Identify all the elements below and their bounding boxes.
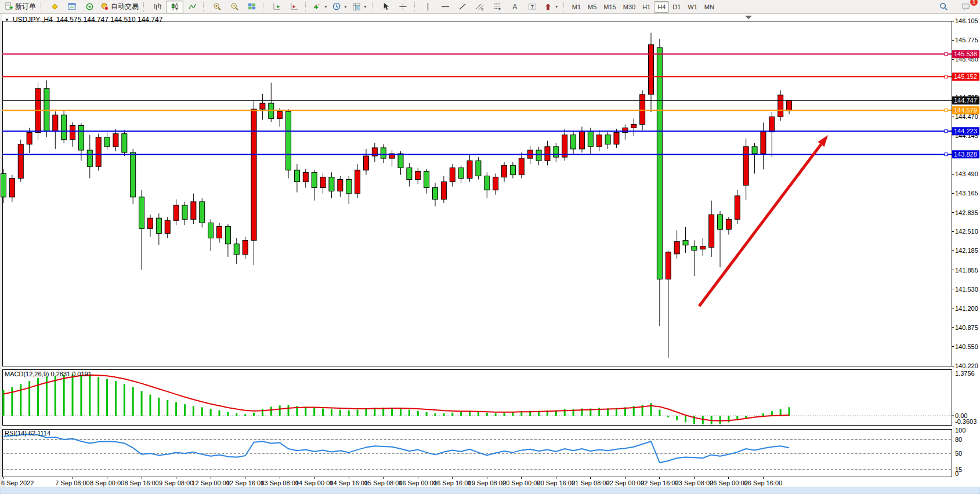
- candle-body: [502, 165, 507, 177]
- timeframe-mn-button[interactable]: MN: [701, 1, 718, 13]
- label-button[interactable]: T: [524, 1, 541, 13]
- svg-text:A: A: [513, 3, 518, 11]
- text-icon: A: [511, 2, 519, 11]
- hline-endpoint-marker[interactable]: [945, 109, 948, 112]
- hline-button[interactable]: [437, 1, 454, 13]
- arrows-dropdown-icon[interactable]: ▼: [555, 5, 559, 9]
- candle-body: [640, 95, 645, 125]
- cursor-button[interactable]: [377, 1, 395, 13]
- toolbar-separator: [143, 2, 146, 12]
- candle-body: [156, 218, 161, 233]
- timeframe-d1-button[interactable]: D1: [669, 1, 684, 13]
- macd-values: 0.2831 0.0191: [50, 370, 91, 377]
- svg-text:1.3756: 1.3756: [955, 370, 975, 377]
- candle-chart-button[interactable]: [166, 1, 183, 13]
- navigator-button[interactable]: [81, 1, 98, 13]
- bottom-strip: [0, 488, 980, 494]
- svg-text:19 Sep 08:00: 19 Sep 08:00: [468, 480, 506, 486]
- svg-text:140.220: 140.220: [955, 362, 978, 369]
- periods-dropdown-icon[interactable]: ▼: [343, 5, 348, 9]
- timeframe-h4-button[interactable]: H4: [654, 1, 669, 13]
- candle-body: [217, 226, 222, 238]
- market-watch-button[interactable]: [46, 1, 63, 13]
- svg-text:141.200: 141.200: [955, 305, 978, 312]
- svg-text:146.105: 146.105: [955, 17, 978, 24]
- macd-pane[interactable]: [2, 369, 952, 425]
- candle-body: [122, 134, 127, 152]
- svg-text:-0.3603: -0.3603: [955, 418, 977, 425]
- notification-badge[interactable]: 1: [970, 0, 978, 6]
- svg-text:E: E: [482, 8, 484, 11]
- toolbar-separator: [414, 2, 417, 12]
- svg-text:21 Sep 08:00: 21 Sep 08:00: [572, 480, 609, 486]
- hline-endpoint-marker[interactable]: [945, 153, 948, 156]
- candle-body: [787, 100, 792, 110]
- timeframe-w1-button[interactable]: W1: [684, 1, 701, 13]
- candle-body: [243, 241, 248, 255]
- new-order-label: 新订单: [15, 2, 36, 12]
- zoom-in-button[interactable]: [208, 1, 226, 13]
- text-button[interactable]: A: [507, 1, 524, 13]
- svg-text:142.510: 142.510: [955, 228, 978, 235]
- new-order-icon: [5, 2, 13, 11]
- svg-text:141.855: 141.855: [955, 267, 978, 274]
- data-window-button[interactable]: [63, 1, 81, 13]
- templates-dropdown-icon[interactable]: ▼: [363, 5, 367, 9]
- candle-body: [605, 135, 610, 144]
- svg-text:142.185: 142.185: [955, 247, 978, 254]
- line-chart-icon: [188, 2, 197, 11]
- hline-icon: [441, 2, 450, 11]
- candle-body: [53, 115, 58, 131]
- periods-button[interactable]: ▼: [330, 1, 350, 13]
- svg-text:20 Sep 00:00: 20 Sep 00:00: [502, 480, 540, 486]
- zoom-out-button[interactable]: [226, 1, 243, 13]
- search-icon: [939, 2, 948, 11]
- autotrading-button[interactable]: 自动交易: [98, 1, 141, 13]
- tile-windows-button[interactable]: [243, 1, 261, 13]
- candle-body: [519, 158, 524, 175]
- candle-body: [467, 161, 472, 178]
- main-price-pane[interactable]: [2, 21, 952, 366]
- svg-text:12 Sep 00:00: 12 Sep 00:00: [191, 480, 229, 486]
- candle-body: [709, 215, 714, 248]
- svg-text:16 Sep 16:00: 16 Sep 16:00: [433, 480, 471, 486]
- indicators-button[interactable]: ▼: [310, 1, 330, 13]
- auto-scroll-button[interactable]: [268, 1, 285, 13]
- chart-collapse-icon[interactable]: ▼: [5, 17, 9, 23]
- timeframe-h1-button[interactable]: H1: [639, 1, 654, 13]
- svg-text:140.875: 140.875: [955, 324, 978, 331]
- hline-endpoint-marker[interactable]: [945, 53, 948, 56]
- svg-text:6 Sep 2022: 6 Sep 2022: [1, 480, 34, 486]
- channel-icon: E: [476, 2, 484, 11]
- timeframe-m5-button[interactable]: M5: [584, 1, 600, 13]
- vline-button[interactable]: [420, 1, 437, 13]
- arrows-button[interactable]: ▼: [541, 1, 561, 13]
- hline-endpoint-marker[interactable]: [945, 75, 948, 78]
- chart-shift-button[interactable]: [285, 1, 303, 13]
- hline-endpoint-marker[interactable]: [945, 130, 948, 133]
- candle-body: [139, 197, 144, 229]
- candle-chart-icon: [171, 2, 179, 11]
- search-button[interactable]: [935, 1, 952, 13]
- timeframe-m30-button[interactable]: M30: [620, 1, 639, 13]
- line-chart-button[interactable]: [183, 1, 201, 13]
- crosshair-button[interactable]: [395, 1, 412, 13]
- timeframe-m1-button[interactable]: M1: [569, 1, 584, 13]
- indicators-dropdown-icon[interactable]: ▼: [324, 5, 328, 9]
- channel-button[interactable]: E: [472, 1, 489, 13]
- fibonacci-button[interactable]: F: [489, 1, 507, 13]
- svg-text:142.835: 142.835: [955, 209, 978, 216]
- chat-button[interactable]: 1: [957, 1, 974, 13]
- timeframe-m15-button[interactable]: M15: [600, 1, 619, 13]
- new-order-button[interactable]: 新订单: [2, 1, 38, 13]
- indicators-icon: [313, 2, 321, 11]
- templates-button[interactable]: ▼: [350, 1, 370, 13]
- svg-text:145.775: 145.775: [955, 37, 978, 43]
- bar-chart-button[interactable]: [149, 1, 166, 13]
- label-icon: T: [528, 2, 537, 11]
- candle-body: [87, 150, 92, 166]
- candle-body: [510, 165, 515, 175]
- trendline-button[interactable]: [454, 1, 472, 13]
- chart-ohlc-values: 144.575 144.747 144.510 144.747: [56, 16, 163, 24]
- chart-canvas[interactable]: 146.105145.775145.450145.125144.795144.4…: [0, 0, 980, 494]
